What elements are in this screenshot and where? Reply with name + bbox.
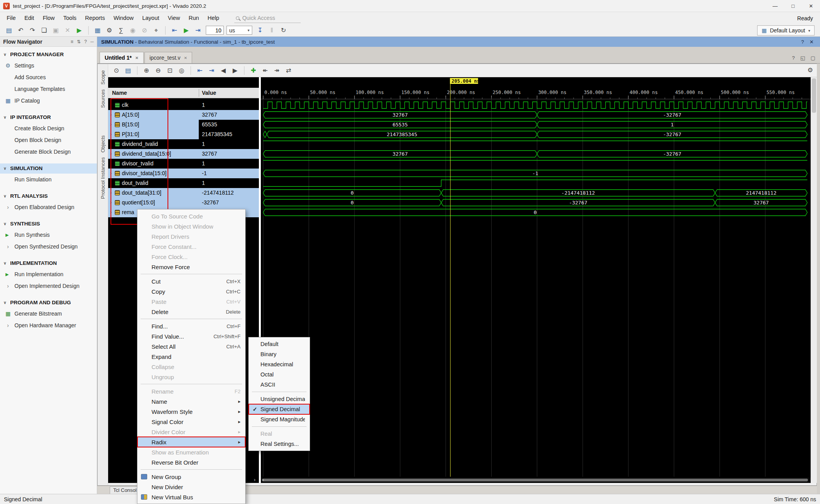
signal-row-divisor-tdata-15-0[interactable]: ›divisor_tdata[15:0]-1 [108, 169, 259, 178]
copy-icon[interactable]: ❏ [39, 25, 49, 35]
signal-name[interactable]: clk [108, 100, 199, 110]
menu-item-unsigned-decimal[interactable]: Unsigned Decimal [249, 394, 310, 404]
menu-layout[interactable]: Layout [138, 12, 164, 24]
probe-icon[interactable]: ⌖ [151, 25, 161, 35]
tab-ipcore-test-v[interactable]: ipcore_test.v✕ [144, 52, 193, 63]
nav-item-add-sources[interactable]: Add Sources [0, 71, 97, 83]
menu-item-find-value[interactable]: Find Value...Ctrl+Shift+F [137, 331, 245, 341]
collapse-arrow-icon[interactable]: ∨ [4, 258, 6, 268]
nav-item-open-implemented-design[interactable]: ›Open Implemented Design [0, 280, 97, 292]
menu-item-hexadecimal[interactable]: Hexadecimal [249, 359, 310, 369]
nav-item-run-synthesis[interactable]: ▶Run Synthesis [0, 229, 97, 241]
add-marker-icon[interactable]: ✚ [248, 66, 258, 76]
run-all-icon[interactable]: ▶ [181, 25, 191, 35]
nav-section-rtl-analysis[interactable]: ∨RTL ANALYSIS [0, 191, 97, 201]
signal-row-divisor-tvalid[interactable]: divisor_tvalid1 [108, 159, 259, 169]
expand-arrow-icon[interactable]: › [110, 198, 112, 208]
previous-marker-icon[interactable]: ↞ [260, 66, 270, 76]
expand-arrow-icon[interactable]: › [110, 208, 112, 217]
collapse-arrow-icon[interactable]: ∨ [4, 298, 6, 308]
side-tab-scope[interactable]: Scope [100, 70, 106, 85]
help-icon[interactable]: ? [801, 39, 804, 45]
redo-icon[interactable]: ↷ [27, 25, 37, 35]
expand-arrow-icon[interactable]: › [110, 188, 112, 198]
zoom-out-icon[interactable]: ⊖ [153, 66, 163, 76]
menu-flow[interactable]: Flow [38, 12, 59, 24]
go-to-last-time-icon[interactable]: ⇥ [207, 66, 217, 76]
signal-name[interactable]: ›quotient[15:0] [108, 198, 199, 208]
signal-name[interactable]: ›P[31:0] [108, 130, 199, 139]
signal-name[interactable]: divisor_tvalid [108, 159, 199, 169]
vertical-scrollbar[interactable] [811, 77, 817, 483]
menu-tools[interactable]: Tools [59, 12, 81, 24]
menu-window[interactable]: Window [109, 12, 138, 24]
signal-name[interactable]: ›dividend_tdata[15:0] [108, 149, 199, 159]
column-divider[interactable] [199, 89, 199, 97]
sum-icon[interactable]: ∑ [116, 25, 126, 35]
signal-row-b-15-0[interactable]: ›B[15:0]65535 [108, 120, 259, 130]
signal-name[interactable]: ›A[15:0] [108, 110, 199, 120]
close-icon[interactable]: ✕ [184, 56, 187, 60]
restart-icon[interactable]: ⇤ [169, 25, 180, 35]
side-tab-sources[interactable]: Sources [100, 89, 106, 108]
simulation-time-input[interactable] [206, 26, 224, 35]
save-project-icon[interactable]: ▤ [4, 25, 14, 35]
signal-row-a-15-0[interactable]: ›A[15:0]32767 [108, 110, 259, 120]
signal-row-p-31-0[interactable]: ›P[31:0]2147385345 [108, 130, 259, 139]
run-for-time-icon[interactable]: ↧ [255, 25, 265, 35]
signal-value[interactable]: 65535 [199, 120, 259, 130]
value-column-header[interactable]: Value [202, 88, 216, 98]
nav-item-language-templates[interactable]: Language Templates [0, 83, 97, 95]
menu-item-reverse-bit-order[interactable]: Reverse Bit Order [137, 457, 245, 467]
menu-item-radix[interactable]: Radix▸ [137, 437, 245, 447]
nav-section-ip-integrator[interactable]: ∨IP INTEGRATOR [0, 112, 97, 122]
zoom-to-cursor-icon[interactable]: ◎ [176, 66, 187, 76]
undo-icon[interactable]: ↶ [16, 25, 26, 35]
tab-untitled-1[interactable]: Untitled 1*✕ [100, 52, 144, 63]
report-icon[interactable]: ▦ [93, 25, 103, 35]
expand-arrow-icon[interactable]: › [110, 130, 112, 139]
menu-item-delete[interactable]: DeleteDelete [137, 307, 245, 317]
signal-value[interactable]: 1 [199, 178, 259, 188]
menu-item-copy[interactable]: CopyCtrl+C [137, 286, 245, 296]
run-icon[interactable]: ▶ [74, 25, 84, 35]
menu-help[interactable]: Help [203, 12, 224, 24]
maximize-button[interactable]: □ [784, 0, 802, 12]
signal-name[interactable]: ›B[15:0] [108, 120, 199, 130]
menu-reports[interactable]: Reports [81, 12, 109, 24]
nav-item-open-block-design[interactable]: Open Block Design [0, 134, 97, 146]
relaunch-icon[interactable]: ↻ [278, 25, 289, 35]
menu-view[interactable]: View [164, 12, 184, 24]
collapse-arrow-icon[interactable]: ∨ [4, 50, 6, 60]
nav-item-generate-block-design[interactable]: Generate Block Design [0, 146, 97, 158]
quick-access-search[interactable]: Quick Access [234, 14, 301, 23]
horizontal-scrollbar[interactable] [261, 477, 811, 483]
nav-section-simulation[interactable]: ∨SIMULATION [0, 163, 97, 174]
waveform-canvas[interactable]: 0.000 ns50.000 ns100.000 ns150.000 ns200… [261, 77, 811, 477]
help-icon[interactable]: ? [792, 55, 795, 61]
next-marker-icon[interactable]: ↠ [272, 66, 282, 76]
menu-item-cut[interactable]: CutCtrl+X [137, 276, 245, 286]
settings-gear-icon[interactable]: ⚙ [104, 25, 114, 35]
signal-value[interactable]: 32767 [199, 110, 259, 120]
minimize-button[interactable]: — [766, 0, 784, 12]
side-tab-protocol-instances[interactable]: Protocol Instances [100, 157, 106, 199]
collapse-all-icon[interactable]: ⇅ [77, 39, 81, 44]
previous-transition-icon[interactable]: ◀ [218, 66, 228, 76]
scroll-next-icon[interactable]: › [254, 477, 255, 483]
layout-selector[interactable]: ▦ Default Layout ▾ [757, 25, 815, 35]
minimize-icon[interactable]: ─ [90, 39, 94, 44]
signal-name[interactable]: dividend_tvalid [108, 139, 199, 149]
next-transition-icon[interactable]: ▶ [230, 66, 240, 76]
menu-item-signed-decimal[interactable]: ✓Signed Decimal [249, 404, 310, 414]
menu-item-select-all[interactable]: Select AllCtrl+A [137, 341, 245, 351]
signal-value[interactable]: 1 [199, 100, 259, 110]
scroll-prev-icon[interactable]: ‹ [262, 477, 264, 483]
menu-run[interactable]: Run [184, 12, 203, 24]
go-to-time-0-icon[interactable]: ⇤ [195, 66, 205, 76]
nav-item-ip-catalog[interactable]: ▦IP Catalog [0, 95, 97, 106]
signal-value[interactable]: -2147418112 [199, 188, 259, 198]
collapse-arrow-icon[interactable]: ∨ [4, 163, 6, 174]
scrollbar-thumb[interactable] [812, 78, 816, 113]
nav-section-project-manager[interactable]: ∨PROJECT MANAGER [0, 50, 97, 60]
